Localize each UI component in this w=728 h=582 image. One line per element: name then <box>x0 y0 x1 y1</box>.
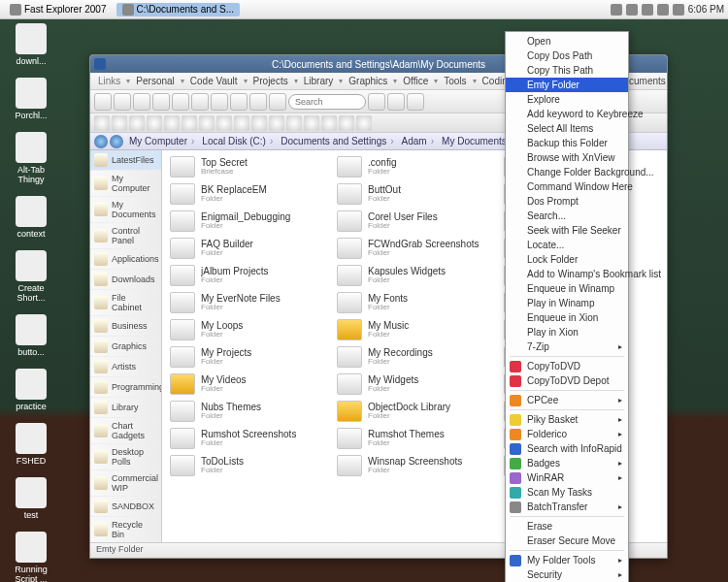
desktop-icon[interactable]: Porchl... <box>4 78 58 120</box>
toolbar-button[interactable] <box>211 93 228 111</box>
toolbar-button[interactable] <box>133 93 150 111</box>
toolbar-button[interactable] <box>172 93 189 111</box>
tool-icon[interactable] <box>216 115 232 131</box>
context-menu-item[interactable]: Play in Xion <box>506 325 628 340</box>
sidebar-item[interactable]: Control Panel <box>90 223 161 249</box>
context-menu-item[interactable]: Add to Winamp's Bookmark list <box>506 267 628 281</box>
tray-icon[interactable] <box>657 4 669 16</box>
sidebar-item[interactable]: Recycle Bin <box>90 517 161 542</box>
desktop-icon[interactable]: FSHED <box>4 423 58 466</box>
context-menu-item[interactable]: Eraser Secure Move <box>506 534 628 548</box>
breadcrumb-item[interactable]: Adam <box>398 136 438 146</box>
sidebar-item[interactable]: My Documents <box>90 197 161 223</box>
folder-item[interactable]: Kapsules WidgetsFolder <box>335 263 494 288</box>
sidebar-item[interactable]: Chart Gadgets <box>90 418 161 444</box>
folder-item[interactable]: Nubs ThemesFolder <box>168 399 327 424</box>
tool-icon[interactable] <box>321 115 337 131</box>
folder-item[interactable]: BK ReplaceEMFolder <box>168 181 327 207</box>
sidebar-item[interactable]: Business <box>90 316 161 337</box>
context-menu-item[interactable]: Piky Basket <box>506 412 628 427</box>
folder-item[interactable]: My ProjectsFolder <box>168 344 327 370</box>
context-menu-item[interactable]: Command Window Here <box>506 179 628 194</box>
context-menu-item[interactable]: Search with InfoRapid <box>506 441 628 456</box>
context-menu-item[interactable]: BatchTransfer <box>506 500 628 514</box>
tool-icon[interactable] <box>129 115 145 131</box>
context-menu-item[interactable]: Emty Folder <box>506 78 628 92</box>
nav-forward-button[interactable] <box>110 135 123 148</box>
context-menu-item[interactable]: Add keyword to Keybreeze <box>506 107 628 121</box>
tool-icon[interactable] <box>164 115 180 131</box>
toolbar-button[interactable] <box>368 93 385 111</box>
folder-item[interactable]: ButtOutFolder <box>335 181 494 207</box>
tool-icon[interactable] <box>182 115 197 131</box>
desktop-icon[interactable]: test <box>4 477 58 520</box>
context-menu-item[interactable]: Select All Items <box>506 121 628 136</box>
context-menu-item[interactable]: Enqueue in Winamp <box>506 281 628 296</box>
toolbar-button[interactable] <box>191 93 209 111</box>
sidebar-item[interactable]: File Cabinet <box>90 290 161 316</box>
breadcrumb-item[interactable]: Documents and Settings <box>277 136 397 146</box>
sidebar-item[interactable]: My Computer <box>90 171 161 197</box>
folder-item[interactable]: FAQ BuilderFolder <box>168 236 327 261</box>
sidebar-item[interactable]: Commercial WIP <box>90 470 161 497</box>
tool-icon[interactable] <box>112 115 127 131</box>
context-menu-item[interactable]: Enqueue in Xion <box>506 310 628 325</box>
linkbar-item[interactable]: Office <box>399 76 432 86</box>
desktop-icon[interactable]: Create Short... <box>4 250 58 303</box>
nav-back-button[interactable] <box>94 135 108 148</box>
toolbar-button[interactable] <box>94 93 112 111</box>
folder-item[interactable]: My LoopsFolder <box>168 317 327 342</box>
context-menu-item[interactable]: CopyToDVD <box>506 359 628 373</box>
context-menu-item[interactable]: Search... <box>506 209 628 223</box>
context-menu-item[interactable]: Erase <box>506 519 628 534</box>
toolbar-button[interactable] <box>269 93 286 111</box>
desktop-icon[interactable]: Alt-Tab Thingy <box>4 132 58 184</box>
tray-icon[interactable] <box>673 4 684 16</box>
tool-icon[interactable] <box>234 115 249 131</box>
context-menu-item[interactable]: Play in Winamp <box>506 296 628 310</box>
folder-item[interactable]: Winsnap ScreenshotsFolder <box>335 453 494 478</box>
sidebar-item[interactable]: LatestFiles <box>90 150 161 171</box>
folder-item[interactable]: My RecordingsFolder <box>335 344 494 370</box>
folder-item[interactable]: My MusicFolder <box>335 317 494 342</box>
context-menu-item[interactable]: Scan My Tasks <box>506 485 628 500</box>
context-menu-item[interactable]: 7-Zip <box>506 340 628 354</box>
folder-item[interactable]: Enigmail_DebuggingFolder <box>168 209 327 234</box>
context-menu-item[interactable]: Explore <box>506 92 628 107</box>
folder-item[interactable]: ToDoListsFolder <box>168 453 327 478</box>
linkbar-item[interactable]: Projects <box>249 76 292 86</box>
context-menu-item[interactable]: My Folder Tools <box>506 553 628 567</box>
toolbar-button[interactable] <box>387 93 405 111</box>
tool-icon[interactable] <box>269 115 284 131</box>
linkbar-item[interactable]: Tools <box>440 76 470 86</box>
desktop-icon[interactable]: downl... <box>4 23 58 66</box>
tool-icon[interactable] <box>356 115 372 131</box>
context-menu-item[interactable]: CPCee <box>506 393 628 407</box>
context-menu-item[interactable]: Browse with XnView <box>506 150 628 165</box>
folder-item[interactable]: My EverNote FilesFolder <box>168 290 327 315</box>
context-menu-item[interactable]: Locate... <box>506 238 628 252</box>
toolbar-button[interactable] <box>249 93 267 111</box>
linkbar-item[interactable]: Graphics <box>345 76 391 86</box>
folder-item[interactable]: .configFolder <box>335 154 494 179</box>
sidebar-item[interactable]: Downloads <box>90 270 161 290</box>
context-menu-item[interactable]: Copy This Path <box>506 63 628 78</box>
folder-item[interactable]: FCWndGrab ScreenshotsFolder <box>335 236 494 261</box>
toolbar-button[interactable] <box>230 93 248 111</box>
search-input[interactable] <box>288 94 366 110</box>
sidebar-item[interactable]: Desktop Polls <box>90 444 161 470</box>
toolbar-button[interactable] <box>114 93 131 111</box>
tray-icon[interactable] <box>611 4 622 16</box>
folder-item[interactable]: My FontsFolder <box>335 290 494 315</box>
tool-icon[interactable] <box>147 115 162 131</box>
tool-icon[interactable] <box>94 115 110 131</box>
folder-item[interactable]: ObjectDock LibraryFolder <box>335 399 494 424</box>
sidebar-item[interactable]: SANDBOX <box>90 497 161 517</box>
context-menu-item[interactable]: CopyToDVD Depot <box>506 373 628 388</box>
sidebar-item[interactable]: Graphics <box>90 337 161 357</box>
tool-icon[interactable] <box>286 115 302 131</box>
desktop-icon[interactable]: Running Script ... <box>4 532 58 582</box>
tool-icon[interactable] <box>339 115 354 131</box>
context-menu-item[interactable]: Change Folder Background... <box>506 165 628 179</box>
context-menu-item[interactable]: Badges <box>506 456 628 470</box>
